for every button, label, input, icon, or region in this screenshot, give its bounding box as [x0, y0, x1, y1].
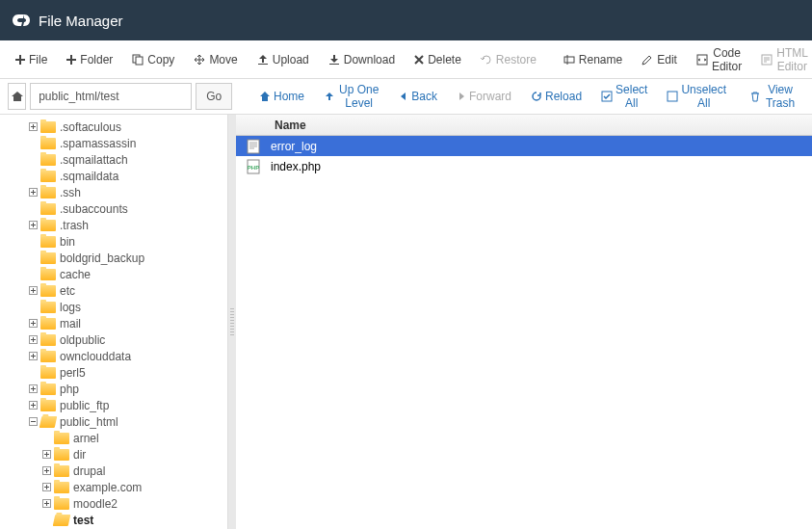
nav-home-button[interactable]: Home	[251, 86, 312, 107]
folder-icon	[40, 400, 56, 411]
folder-icon	[54, 482, 69, 493]
move-button[interactable]: Move	[184, 47, 247, 72]
tree-item[interactable]: ownclouddata	[0, 348, 227, 364]
folder-icon	[40, 220, 56, 231]
tree-item-label: .trash	[60, 219, 89, 232]
tree-expander-icon[interactable]	[27, 351, 39, 362]
folder-icon	[40, 269, 56, 280]
tree-expander-icon[interactable]	[27, 187, 39, 198]
edit-button[interactable]: Edit	[632, 47, 687, 72]
tree-item[interactable]: example.com	[0, 479, 227, 495]
column-name[interactable]: Name	[271, 119, 306, 132]
tree-expander-icon	[27, 367, 39, 379]
tree-item-label: drupal	[73, 464, 105, 478]
tree-item[interactable]: php	[0, 381, 227, 397]
tree-item[interactable]: cache	[0, 266, 227, 282]
cpanel-logo-icon	[12, 11, 31, 30]
tree-item-label: cache	[60, 268, 91, 281]
nav-forward-button: Forward	[449, 86, 519, 107]
file-button[interactable]: File	[6, 47, 57, 72]
tree-item[interactable]: drupal	[0, 463, 227, 479]
folder-icon	[40, 187, 56, 198]
path-input[interactable]	[30, 83, 192, 110]
tree-item[interactable]: .trash	[0, 217, 227, 233]
tree-expander-icon[interactable]	[27, 285, 39, 297]
nav-back-button[interactable]: Back	[391, 86, 445, 107]
tree-item[interactable]: bin	[0, 233, 227, 250]
tree-item[interactable]: .sqmailattach	[0, 151, 227, 168]
tree-item-label: test	[73, 514, 93, 527]
upload-button[interactable]: Upload	[248, 47, 319, 72]
tree-item[interactable]: .ssh	[0, 184, 227, 200]
tree-expander-icon[interactable]	[27, 416, 39, 428]
nav-trash-button[interactable]: View Trash	[742, 79, 804, 114]
tree-expander-icon[interactable]	[40, 449, 52, 461]
folder-icon	[54, 465, 69, 477]
tree-item[interactable]: .subaccounts	[0, 200, 227, 217]
tree-item[interactable]: etc	[0, 282, 227, 299]
copy-icon	[132, 54, 144, 66]
file-row[interactable]: PHPindex.php	[236, 156, 812, 176]
code-editor-button[interactable]: Code Editor	[687, 40, 751, 79]
php-file-icon: PHP	[236, 159, 271, 174]
uncheck-icon	[667, 91, 678, 102]
svg-rect-2	[564, 57, 574, 63]
file-list-panel: Name error_logPHPindex.php	[236, 115, 812, 529]
tree-item[interactable]: perl5	[0, 364, 227, 381]
tree-item[interactable]: .softaculous	[0, 119, 227, 135]
tree-expander-icon[interactable]	[27, 220, 39, 231]
column-header[interactable]: Name	[236, 115, 812, 136]
nav-selectall-button[interactable]: Select All	[593, 79, 655, 114]
rename-icon	[563, 54, 575, 66]
download-button[interactable]: Download	[319, 47, 405, 72]
tree-item[interactable]: public_ftp	[0, 397, 227, 413]
check-icon	[601, 91, 613, 102]
rename-button[interactable]: Rename	[554, 47, 632, 72]
tree-expander-icon[interactable]	[27, 334, 39, 346]
tree-item[interactable]: .spamassassin	[0, 135, 227, 151]
tree-expander-icon[interactable]	[27, 400, 39, 411]
tree-item-label: public_html	[60, 415, 118, 429]
tree-expander-icon[interactable]	[27, 318, 39, 330]
tree-item[interactable]: test	[0, 512, 227, 528]
go-button[interactable]: Go	[196, 83, 232, 110]
folder-button[interactable]: Folder	[57, 47, 122, 72]
folder-tree[interactable]: .softaculous.spamassassin.sqmailattach.s…	[0, 115, 228, 529]
tree-item-label: example.com	[73, 481, 142, 494]
svg-rect-6	[668, 92, 677, 101]
folder-icon	[54, 449, 69, 461]
tree-item[interactable]: mail	[0, 315, 227, 331]
home-root-button[interactable]	[8, 83, 26, 110]
tree-item[interactable]: arnel	[0, 430, 227, 446]
tree-expander-icon	[27, 154, 39, 166]
nav-unselectall-button[interactable]: Unselect All	[659, 79, 734, 114]
tree-expander-icon[interactable]	[40, 465, 52, 477]
delete-button[interactable]: Delete	[405, 47, 471, 72]
tree-expander-icon[interactable]	[27, 384, 39, 395]
folder-icon	[39, 416, 58, 428]
tree-expander-icon[interactable]	[40, 482, 52, 493]
tree-item[interactable]: oldpublic	[0, 331, 227, 348]
nav-reload-button[interactable]: Reload	[523, 86, 589, 107]
tree-item[interactable]: boldgrid_backup	[0, 250, 227, 266]
tree-item[interactable]: .sqmaildata	[0, 168, 227, 184]
tree-item-label: .sqmaildata	[60, 170, 118, 183]
tree-item[interactable]: dir	[0, 446, 227, 463]
tree-item-label: ownclouddata	[60, 350, 131, 363]
tree-item[interactable]: logs	[0, 299, 227, 315]
toolbar: File Folder Copy Move Upload Download De…	[0, 40, 812, 79]
tree-expander-icon[interactable]	[27, 121, 39, 133]
header-title: File Manager	[39, 13, 123, 29]
tree-item-label: php	[60, 383, 79, 396]
tree-item[interactable]: public_html	[0, 413, 227, 430]
file-row[interactable]: error_log	[236, 136, 812, 156]
copy-button[interactable]: Copy	[122, 47, 184, 72]
folder-icon	[40, 367, 56, 379]
up-icon	[324, 91, 335, 102]
splitter[interactable]	[228, 115, 236, 529]
forward-icon	[457, 92, 466, 101]
tree-item[interactable]: moodle2	[0, 495, 227, 512]
tree-expander-icon[interactable]	[40, 498, 52, 510]
tree-item-label: .softaculous	[60, 120, 121, 134]
nav-up-button[interactable]: Up One Level	[316, 79, 387, 114]
